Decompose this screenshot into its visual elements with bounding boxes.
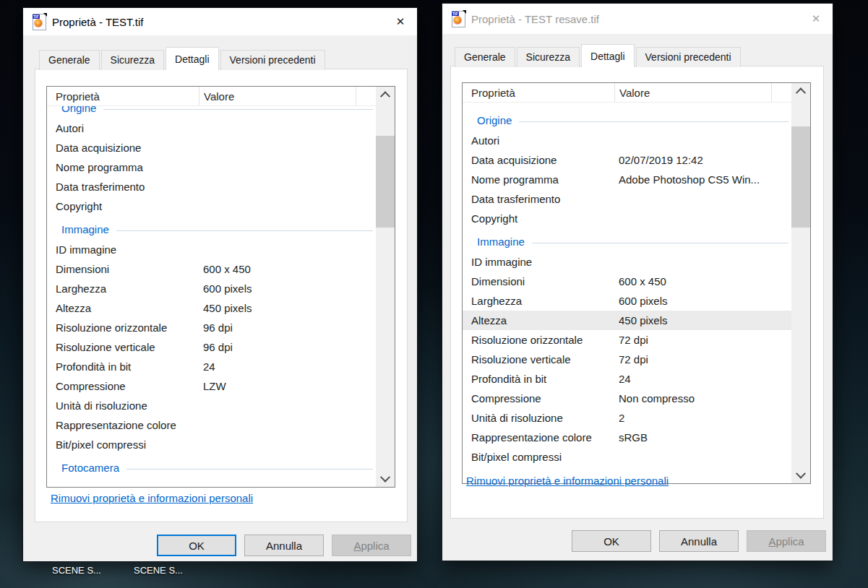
ok-button[interactable]: OK <box>572 530 651 552</box>
properties-window-test-resave-tif: TIF Proprietà - TEST resave.tif ✕ Genera… <box>442 3 833 561</box>
tif-badge-text: TIF <box>33 14 40 19</box>
property-row-dimensioni[interactable]: Dimensioni600 x 450 <box>47 259 376 279</box>
vertical-scrollbar[interactable] <box>376 87 395 487</box>
cancel-button[interactable]: Annulla <box>659 530 739 552</box>
property-row-bit-pixel-compressi[interactable]: Bit/pixel compressi <box>463 447 791 467</box>
property-row-data-trasferimento[interactable]: Data trasferimento <box>463 189 791 209</box>
apply-button: Applica <box>332 535 411 556</box>
scroll-up-icon[interactable] <box>376 87 395 104</box>
apply-button: Applica <box>747 530 826 552</box>
window-title: Proprietà - TEST resave.tif <box>471 13 599 25</box>
scrollbar-thumb[interactable] <box>376 136 395 228</box>
property-row-rappresentazione-colore[interactable]: Rappresentazione coloresRGB <box>463 428 791 447</box>
property-row-autori[interactable]: Autori <box>463 131 791 150</box>
window-title: Proprietà - TEST.tif <box>52 16 143 28</box>
properties-list: Proprietà Valore OrigineAutoriData acqui… <box>46 86 395 488</box>
column-header-property[interactable]: Proprietà <box>47 87 199 105</box>
property-row-risoluzione-orizzontale[interactable]: Risoluzione orizzontale96 dpi <box>47 318 376 337</box>
property-row-unit-di-risoluzione[interactable]: Unità di risoluzione <box>47 396 376 415</box>
details-tab-page: Proprietà Valore OrigineAutoriData acqui… <box>35 69 408 522</box>
list-column-header: Proprietà Valore <box>463 83 791 103</box>
property-row-compressione[interactable]: CompressioneLZW <box>47 376 376 396</box>
remove-properties-link[interactable]: Rimuovi proprietà e informazioni persona… <box>466 475 669 487</box>
tab-generale[interactable]: Generale <box>455 47 515 67</box>
scroll-down-icon[interactable] <box>791 466 810 483</box>
property-row-altezza[interactable]: Altezza450 pixels <box>463 311 791 330</box>
properties-window-test-tif: TIF Proprietà - TEST.tif ✕ GeneraleSicur… <box>22 7 418 562</box>
column-header-property[interactable]: Proprietà <box>463 83 615 102</box>
tab-strip: GeneraleSicurezzaDettagliVersioni preced… <box>23 47 417 70</box>
property-row-risoluzione-orizzontale[interactable]: Risoluzione orizzontale72 dpi <box>463 330 791 350</box>
section-row-immagine: Immagine <box>47 216 376 240</box>
list-column-header: Proprietà Valore <box>47 87 376 106</box>
property-row-profondit-in-bit[interactable]: Profondità in bit24 <box>47 357 376 376</box>
section-row-fotocamera: Fotocamera <box>47 454 376 478</box>
property-row-autori[interactable]: Autori <box>47 118 376 138</box>
property-row-larghezza[interactable]: Larghezza600 pixels <box>463 291 791 311</box>
ok-button[interactable]: OK <box>157 535 236 556</box>
scrollbar-thumb[interactable] <box>791 126 810 228</box>
cancel-button[interactable]: Annulla <box>244 535 324 556</box>
close-icon[interactable]: ✕ <box>799 4 833 34</box>
property-row-data-trasferimento[interactable]: Data trasferimento <box>47 177 376 196</box>
details-tab-page: Proprietà Valore CommentiOrigineAutoriDa… <box>450 66 824 519</box>
property-row-copyright[interactable]: Copyright <box>463 209 791 228</box>
tab-dettagli[interactable]: Dettagli <box>581 44 634 67</box>
tif-file-icon: TIF <box>33 14 46 30</box>
section-row-immagine: Immagine <box>463 228 791 252</box>
property-row-nome-programma[interactable]: Nome programma <box>47 157 376 177</box>
property-row-unit-di-risoluzione[interactable]: Unità di risoluzione2 <box>463 408 791 428</box>
property-row-risoluzione-verticale[interactable]: Risoluzione verticale72 dpi <box>463 350 791 369</box>
property-row-larghezza[interactable]: Larghezza600 pixels <box>47 279 376 298</box>
desktop-icon-label[interactable]: SCENE S... <box>134 565 183 576</box>
tab-sicurezza[interactable]: Sicurezza <box>101 50 164 70</box>
scroll-down-icon[interactable] <box>376 470 395 487</box>
property-row-nome-programma[interactable]: Nome programmaAdobe Photoshop CS5 Win... <box>463 170 791 189</box>
desktop-icon-label[interactable]: SCENE S... <box>52 565 101 576</box>
title-bar[interactable]: TIF Proprietà - TEST resave.tif ✕ <box>442 4 833 34</box>
property-row-id-immagine[interactable]: ID immagine <box>47 240 376 259</box>
property-row-copyright[interactable]: Copyright <box>47 196 376 216</box>
scroll-up-icon[interactable] <box>791 83 810 100</box>
tif-badge-text: TIF <box>452 12 459 16</box>
property-row-compressione[interactable]: CompressioneNon compresso <box>463 389 791 408</box>
property-row-risoluzione-verticale[interactable]: Risoluzione verticale96 dpi <box>47 337 376 357</box>
property-row-data-acquisizione[interactable]: Data acquisizione02/07/2019 12:42 <box>463 150 791 170</box>
title-bar[interactable]: TIF Proprietà - TEST.tif ✕ <box>23 8 417 35</box>
properties-list: Proprietà Valore CommentiOrigineAutoriDa… <box>462 82 811 484</box>
property-row-rappresentazione-colore[interactable]: Rappresentazione colore <box>47 415 376 435</box>
remove-properties-link[interactable]: Rimuovi proprietà e informazioni persona… <box>51 492 253 504</box>
tab-dettagli[interactable]: Dettagli <box>166 47 218 70</box>
tab-strip: GeneraleSicurezzaDettagliVersioni preced… <box>442 44 833 67</box>
property-row-bit-pixel-compressi[interactable]: Bit/pixel compressi <box>47 435 376 454</box>
vertical-scrollbar[interactable] <box>791 83 810 483</box>
tif-file-icon: TIF <box>452 11 465 27</box>
column-header-value[interactable]: Valore <box>615 83 772 102</box>
section-row-origine: Origine <box>47 106 376 118</box>
property-row-altezza[interactable]: Altezza450 pixels <box>47 298 376 318</box>
tab-sicurezza[interactable]: Sicurezza <box>517 47 580 67</box>
close-icon[interactable]: ✕ <box>384 8 417 35</box>
property-row-id-immagine[interactable]: ID immagine <box>463 252 791 272</box>
column-header-value[interactable]: Valore <box>199 87 356 105</box>
property-row-profondit-in-bit[interactable]: Profondità in bit24 <box>463 369 791 389</box>
property-row-dimensioni[interactable]: Dimensioni600 x 450 <box>463 272 791 291</box>
tab-versioni-precedenti[interactable]: Versioni precedenti <box>220 50 325 70</box>
section-row-origine: Origine <box>463 107 791 131</box>
property-row-data-acquisizione[interactable]: Data acquisizione <box>47 138 376 157</box>
tab-versioni-precedenti[interactable]: Versioni precedenti <box>636 47 741 67</box>
tab-generale[interactable]: Generale <box>39 50 100 70</box>
